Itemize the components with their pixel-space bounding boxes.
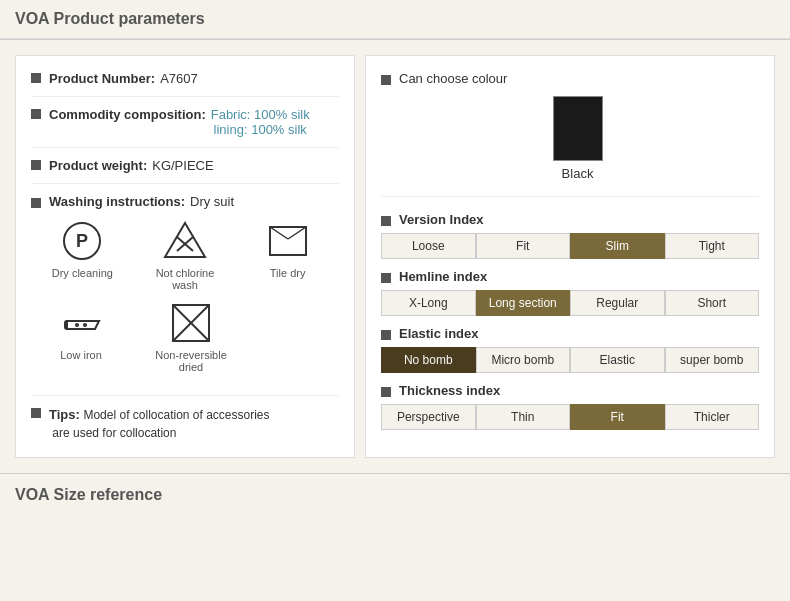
color-content: Can choose colour Black xyxy=(381,71,759,181)
bullet-icon xyxy=(31,198,41,208)
right-panel: Can choose colour Black Version Index Lo… xyxy=(365,55,775,458)
thickness-index-section: Thickness index Perspective Thin Fit Thi… xyxy=(381,383,759,430)
composition-line1: Fabric: 100% silk xyxy=(211,107,310,122)
tips-value: Model of collocation of accessories are … xyxy=(49,408,270,440)
elastic-index-section: Elastic index No bomb Micro bomb Elastic… xyxy=(381,326,759,373)
bullet-icon xyxy=(31,160,41,170)
product-number-row: Product Number: A7607 xyxy=(31,71,339,97)
thickness-buttons: Perspective Thin Fit Thicler xyxy=(381,404,759,430)
color-swatch-black[interactable] xyxy=(553,96,603,161)
not-chlorine-icon-item: Not chlorine wash xyxy=(145,219,225,291)
tile-dry-icon-item: Tile dry xyxy=(248,219,328,291)
hemline-btn-xlong[interactable]: X-Long xyxy=(381,290,476,316)
thickness-index-header: Thickness index xyxy=(381,383,759,398)
dry-cleaning-icon-item: P Dry cleaning xyxy=(42,219,122,291)
washing-row: Washing instructions: Dry suit xyxy=(31,194,339,209)
page-wrapper: VOA Product parameters Product Number: A… xyxy=(0,0,790,601)
washing-section: Washing instructions: Dry suit P Dry cle… xyxy=(31,194,339,396)
weight-value: KG/PIECE xyxy=(152,158,213,173)
low-iron-label: Low iron xyxy=(60,349,102,361)
not-chlorine-label: Not chlorine wash xyxy=(145,267,225,291)
low-iron-icon xyxy=(59,301,103,345)
weight-content: Product weight: KG/PIECE xyxy=(49,158,214,173)
thickness-btn-perspective[interactable]: Perspective xyxy=(381,404,476,430)
dry-cleaning-label: Dry cleaning xyxy=(52,267,113,279)
hemline-index-label: Hemline index xyxy=(399,269,487,284)
version-index-label: Version Index xyxy=(399,212,484,227)
bullet-icon xyxy=(31,109,41,119)
version-btn-tight[interactable]: Tight xyxy=(665,233,760,259)
bottom-section-title: VOA Size reference xyxy=(0,473,790,516)
svg-point-9 xyxy=(83,323,87,327)
elastic-btn-microbomb[interactable]: Micro bomb xyxy=(476,347,571,373)
hemline-buttons: X-Long Long section Regular Short xyxy=(381,290,759,316)
product-number-value: A7607 xyxy=(160,71,198,86)
not-chlorine-icon xyxy=(163,219,207,263)
bullet-icon xyxy=(31,408,41,418)
version-btn-fit[interactable]: Fit xyxy=(476,233,571,259)
product-number-label: Product Number: xyxy=(49,71,155,86)
composition-line2: lining: 100% silk xyxy=(211,122,310,137)
svg-text:P: P xyxy=(76,231,88,251)
version-index-header: Version Index xyxy=(381,212,759,227)
composition-content: Commodity composition: Fabric: 100% silk… xyxy=(49,107,339,137)
svg-marker-2 xyxy=(165,223,205,257)
thickness-btn-fit[interactable]: Fit xyxy=(570,404,665,430)
elastic-bullet-icon xyxy=(381,330,391,340)
svg-point-8 xyxy=(75,323,79,327)
hemline-index-section: Hemline index X-Long Long section Regula… xyxy=(381,269,759,316)
tile-dry-icon xyxy=(266,219,310,263)
hemline-btn-regular[interactable]: Regular xyxy=(570,290,665,316)
version-index-section: Version Index Loose Fit Slim Tight xyxy=(381,212,759,259)
elastic-btn-elastic[interactable]: Elastic xyxy=(570,347,665,373)
left-panel: Product Number: A7607 Commodity composit… xyxy=(15,55,355,458)
color-name: Black xyxy=(562,166,594,181)
elastic-btn-superbomb[interactable]: super bomb xyxy=(665,347,760,373)
tile-dry-label: Tile dry xyxy=(270,267,306,279)
color-section: Can choose colour Black xyxy=(381,71,759,197)
hemline-index-header: Hemline index xyxy=(381,269,759,284)
svg-line-6 xyxy=(270,227,288,239)
composition-row: Commodity composition: Fabric: 100% silk… xyxy=(31,107,339,148)
washing-value: Dry suit xyxy=(190,194,234,209)
color-label-row: Can choose colour xyxy=(381,71,759,86)
composition-values: Fabric: 100% silk lining: 100% silk xyxy=(211,107,310,137)
elastic-index-header: Elastic index xyxy=(381,326,759,341)
tips-row: Tips: Model of collocation of accessorie… xyxy=(31,406,339,442)
non-reversible-icon xyxy=(169,301,213,345)
weight-row: Product weight: KG/PIECE xyxy=(31,158,339,184)
hemline-bullet-icon xyxy=(381,273,391,283)
non-reversible-icon-item: Non-reversibledried xyxy=(141,301,241,373)
color-bullet-icon xyxy=(381,75,391,85)
non-reversible-label: Non-reversibledried xyxy=(155,349,227,373)
version-btn-slim[interactable]: Slim xyxy=(570,233,665,259)
color-section-label: Can choose colour xyxy=(399,71,507,86)
weight-label: Product weight: xyxy=(49,158,147,173)
dry-cleaning-icon: P xyxy=(60,219,104,263)
version-buttons: Loose Fit Slim Tight xyxy=(381,233,759,259)
tips-label: Tips: xyxy=(49,407,80,422)
hemline-btn-short[interactable]: Short xyxy=(665,290,760,316)
version-bullet-icon xyxy=(381,216,391,226)
washing-label: Washing instructions: xyxy=(49,194,185,209)
low-iron-icon-item: Low iron xyxy=(41,301,121,373)
elastic-btn-nobomb[interactable]: No bomb xyxy=(381,347,476,373)
elastic-index-label: Elastic index xyxy=(399,326,478,341)
washing-icons-row2: Low iron Non-reversibledried xyxy=(31,301,339,373)
composition-label: Commodity composition: xyxy=(49,107,206,122)
thickness-index-label: Thickness index xyxy=(399,383,500,398)
main-content: Product Number: A7607 Commodity composit… xyxy=(0,40,790,473)
bullet-icon xyxy=(31,73,41,83)
thickness-bullet-icon xyxy=(381,387,391,397)
svg-line-7 xyxy=(288,227,306,239)
page-title: VOA Product parameters xyxy=(0,0,790,39)
product-number-content: Product Number: A7607 xyxy=(49,71,339,86)
hemline-btn-long[interactable]: Long section xyxy=(476,290,571,316)
washing-icons-row1: P Dry cleaning Not chlorine wash xyxy=(31,219,339,291)
tips-content: Tips: Model of collocation of accessorie… xyxy=(49,406,270,442)
version-btn-loose[interactable]: Loose xyxy=(381,233,476,259)
thickness-btn-thin[interactable]: Thin xyxy=(476,404,571,430)
thickness-btn-thicler[interactable]: Thicler xyxy=(665,404,760,430)
color-item: Black xyxy=(396,96,759,181)
elastic-buttons: No bomb Micro bomb Elastic super bomb xyxy=(381,347,759,373)
